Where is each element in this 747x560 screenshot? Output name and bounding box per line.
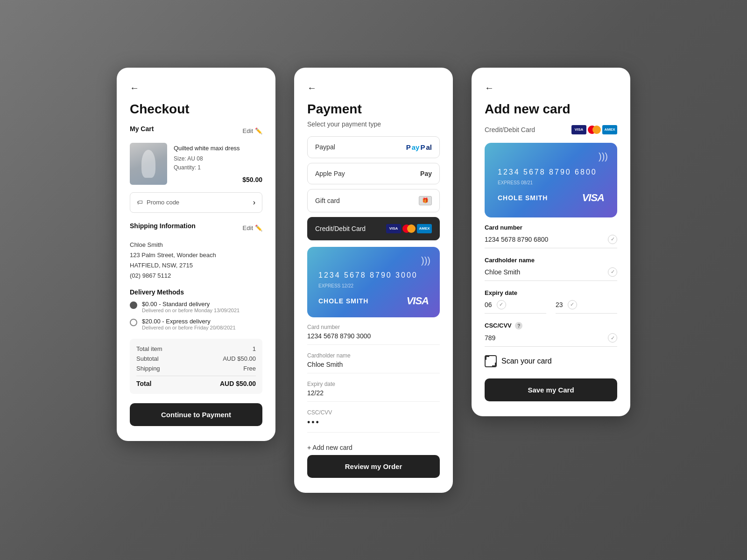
card-wifi-icon: ))) xyxy=(421,255,430,266)
add-card-subtitle: Credit/Debit Card xyxy=(485,126,535,133)
checkout-screen: ← Checkout My Cart Edit ✏️ Quilted white… xyxy=(117,68,275,441)
scan-card-icon xyxy=(485,355,497,367)
expiry-month-input[interactable]: 06 xyxy=(485,301,492,308)
amex-logo-add: AMEX xyxy=(602,125,617,134)
mc-logo-add xyxy=(588,126,601,134)
add-card-logos: VISA AMEX xyxy=(571,125,617,134)
payment-subtitle: Select your payment type xyxy=(307,120,440,128)
add-card-number-field: Card number 1234 5678 8790 6800 ✓ xyxy=(485,224,617,248)
cardholder-input[interactable]: Chloe Smith xyxy=(485,268,520,276)
card-expiry-visual: EXPRESS 12/22 xyxy=(318,283,429,288)
visa-logo-add: VISA xyxy=(571,125,586,134)
shipping-info-label: Shipping Information xyxy=(130,222,196,230)
payment-cardholder-field: Cardholder name Chloe Smith xyxy=(307,352,440,373)
continue-to-payment-button[interactable]: Continue to Payment xyxy=(130,403,262,426)
add-card-csc-field: CSC/CVV ? 789 ✓ xyxy=(485,322,617,347)
card-name-visual: CHOLE SMITH xyxy=(318,297,368,305)
scan-card-label: Scan your card xyxy=(501,357,552,365)
gift-card-icon: 🎁 xyxy=(419,196,432,205)
card-number-input[interactable]: 1234 5678 8790 6800 xyxy=(485,236,548,243)
shipping-name: Chloe Smith xyxy=(130,240,262,250)
credit-card-option[interactable]: Credit/Debit Card VISA AMEX xyxy=(307,217,440,240)
payment-title: Payment xyxy=(307,102,440,117)
visa-logo: VISA xyxy=(386,224,401,233)
delivery-options: $0.00 - Standard delivery Delivered on o… xyxy=(130,301,262,330)
paypal-option[interactable]: Paypal PayPal xyxy=(307,136,440,158)
gift-card-option[interactable]: Gift card 🎁 xyxy=(307,189,440,212)
card-number-visual: 1234 5678 8790 3000 xyxy=(318,271,429,280)
payment-card-number-field: Card number 1234 5678 8790 3000 xyxy=(307,324,440,345)
card-logos: VISA AMEX xyxy=(386,224,432,233)
add-new-card-button[interactable]: + Add new card xyxy=(307,440,440,455)
apple-pay-option[interactable]: Apple Pay Pay xyxy=(307,163,440,184)
review-order-button[interactable]: Review my Order xyxy=(307,455,440,478)
card-number-check: ✓ xyxy=(608,235,617,244)
apple-pay-logo: Pay xyxy=(420,170,432,177)
add-card-brand-visual: VISA xyxy=(582,192,604,204)
cart-item-name: Quilted white maxi dress xyxy=(174,145,262,152)
card-brand-visual: VISA xyxy=(407,295,429,307)
shipping-city: HATFIELD, NSW, 2715 xyxy=(130,260,262,271)
csc-check: ✓ xyxy=(608,333,617,343)
add-card-expiry-field: Expiry date 06 ✓ 23 ✓ xyxy=(485,289,617,314)
csc-input[interactable]: 789 xyxy=(485,334,495,342)
delivery-option-standard[interactable]: $0.00 - Standard delivery Delivered on o… xyxy=(130,301,262,313)
add-card-number-visual: 1234 5678 8790 6800 xyxy=(498,168,604,176)
delivery-option-express[interactable]: $20.00 - Express delivery Delivered on o… xyxy=(130,318,262,330)
add-card-name-visual: CHOLE SMITH xyxy=(498,194,548,202)
promo-code-button[interactable]: 🏷 Promo code › xyxy=(130,192,262,213)
expiry-month-check: ✓ xyxy=(497,300,506,309)
checkout-title: Checkout xyxy=(130,102,262,117)
cart-item-size: Size: AU 08 Quantity: 1 xyxy=(174,154,262,172)
delivery-methods-label: Delivery Methods xyxy=(130,288,262,296)
add-card-title: Add new card xyxy=(485,102,617,117)
cart-edit-button[interactable]: Edit ✏️ xyxy=(243,127,262,134)
shipping-phone: (02) 9867 5112 xyxy=(130,271,262,281)
add-card-holder-field: Cardholder name Chloe Smith ✓ xyxy=(485,257,617,281)
shipping-info: Chloe Smith 123 Palm Street, Wonder beac… xyxy=(130,240,262,281)
csc-help-icon[interactable]: ? xyxy=(515,322,522,329)
expiry-year-check: ✓ xyxy=(568,300,577,309)
save-card-button[interactable]: Save my Card xyxy=(485,378,617,401)
cart-item: Quilted white maxi dress Size: AU 08 Qua… xyxy=(130,143,262,185)
payment-card-visual: ))) 1234 5678 8790 3000 EXPRESS 12/22 CH… xyxy=(307,247,440,317)
scan-card-button[interactable]: Scan your card xyxy=(485,355,617,367)
add-card-screen: ← Add new card Credit/Debit Card VISA AM… xyxy=(472,68,630,417)
cardholder-check: ✓ xyxy=(608,267,617,277)
cart-item-price: $50.00 xyxy=(174,176,262,183)
my-cart-label: My Cart xyxy=(130,125,154,133)
payment-screen: ← Payment Select your payment type Paypa… xyxy=(294,68,453,493)
radio-express xyxy=(130,319,137,326)
shipping-edit-button[interactable]: Edit ✏️ xyxy=(243,224,262,231)
radio-standard xyxy=(130,301,137,309)
payment-csc-field: CSC/CVV ••• xyxy=(307,409,440,433)
order-summary: Total item 1 Subtotal AUD $50.00 Shippin… xyxy=(130,339,262,394)
add-card-expiry-visual: EXPRESS 08/21 xyxy=(498,180,604,185)
expiry-year-input[interactable]: 23 xyxy=(556,301,563,308)
summary-total: Total AUD $50.00 xyxy=(136,376,256,387)
checkout-back-button[interactable]: ← xyxy=(130,83,262,93)
payment-expiry-field: Expiry date 12/22 xyxy=(307,381,440,402)
paypal-logo: PayPal xyxy=(406,143,432,151)
shipping-address: 123 Palm Street, Wonder beach xyxy=(130,250,262,260)
summary-total-item: Total item 1 xyxy=(136,345,256,352)
add-card-wifi-icon: ))) xyxy=(599,151,608,162)
payment-back-button[interactable]: ← xyxy=(307,83,440,93)
cart-item-image xyxy=(130,143,167,185)
mastercard-logo xyxy=(402,224,416,233)
amex-logo: AMEX xyxy=(417,224,432,233)
summary-shipping: Shipping Free xyxy=(136,365,256,372)
add-card-visual: ))) 1234 5678 8790 6800 EXPRESS 08/21 CH… xyxy=(485,143,617,217)
summary-subtotal: Subtotal AUD $50.00 xyxy=(136,355,256,362)
add-card-back-button[interactable]: ← xyxy=(485,83,617,93)
